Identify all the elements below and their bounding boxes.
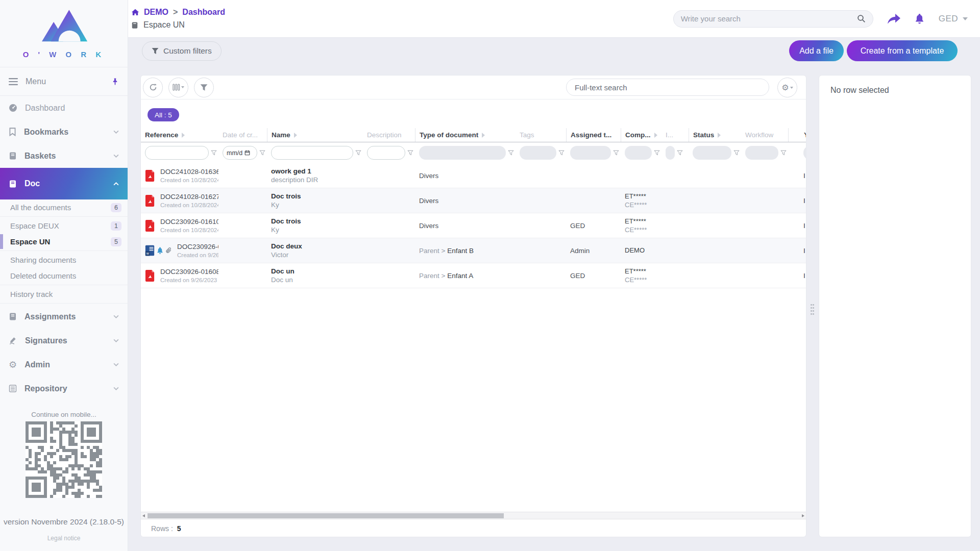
filter-button[interactable] — [194, 78, 214, 97]
scrollbar-thumb[interactable] — [148, 513, 504, 518]
count-badge: 5 — [111, 237, 121, 246]
sidebar-item-bookmarks[interactable]: Bookmarks — [0, 120, 128, 144]
sidebar-item-dashboard[interactable]: Dashboard — [0, 96, 128, 120]
space-title: Espace UN — [143, 20, 185, 30]
panel-resize-handle[interactable] — [811, 304, 815, 316]
sidebar-item-doc[interactable]: Doc — [0, 168, 128, 199]
menu-label: Menu — [26, 77, 46, 86]
result-filter-chip[interactable]: All : 5 — [148, 108, 179, 121]
breadcrumb: DEMO > Dashboard Espace UN — [128, 8, 225, 30]
company-cell: ET***** CE***** — [621, 267, 662, 284]
share-icon[interactable] — [888, 14, 900, 24]
chevron-down-icon — [790, 87, 793, 89]
clipped-cell: I — [788, 272, 806, 280]
add-file-button[interactable]: Add a file — [789, 40, 844, 61]
fulltext-search[interactable] — [566, 79, 769, 96]
type-cell: Parent > Enfant A — [415, 272, 516, 280]
search-icon[interactable] — [857, 14, 866, 23]
filter-input-reference[interactable] — [145, 146, 209, 160]
filter-funnel-icon[interactable] — [407, 150, 413, 156]
column-header-workflow[interactable]: Workflow — [741, 128, 788, 142]
mobile-hint: Continue on mobile... — [0, 411, 128, 418]
fulltext-search-input[interactable] — [575, 83, 761, 92]
book-icon — [9, 152, 17, 160]
bell-icon[interactable] — [915, 13, 924, 24]
scroll-left-arrow-icon[interactable] — [142, 514, 145, 517]
filter-funnel-icon[interactable] — [508, 150, 514, 156]
global-search[interactable] — [673, 10, 873, 28]
column-header-tags[interactable]: Tags — [516, 128, 566, 142]
filter-funnel-icon[interactable] — [558, 150, 565, 156]
column-header-y[interactable]: Y... — [788, 128, 806, 142]
table-row[interactable]: DOC230926-01610-3 Created on 10/28/2024 … — [141, 213, 806, 238]
column-header-company[interactable]: Comp... — [621, 128, 662, 142]
column-header-date[interactable]: Date of cr... — [218, 128, 267, 142]
chevron-down-icon — [113, 315, 119, 318]
table-row[interactable]: DOC241028-01627-0 Created on 10/28/2024 … — [141, 188, 806, 213]
hamburger-icon — [9, 78, 18, 85]
create-from-template-button[interactable]: Create from a template — [847, 40, 958, 61]
home-icon[interactable] — [131, 9, 139, 16]
column-header-description[interactable]: Description — [363, 128, 415, 142]
sidebar-item-all-documents[interactable]: All the documents 6 — [0, 199, 128, 215]
sidebar-item-history-track[interactable]: History track — [0, 286, 128, 302]
sidebar-item-repository[interactable]: Repository — [0, 377, 128, 400]
legal-notice-link[interactable]: Legal notice — [47, 535, 81, 542]
user-menu[interactable]: GED — [939, 14, 968, 24]
filter-funnel-icon[interactable] — [677, 150, 683, 156]
paperclip-icon — [165, 247, 172, 254]
column-header-assigned[interactable]: Assigned t... — [566, 128, 621, 142]
scroll-right-arrow-icon[interactable] — [802, 514, 804, 517]
column-header-i[interactable]: I... — [662, 128, 689, 142]
table-row[interactable]: DOC241028-01636-0 Created on 10/28/2024 … — [141, 163, 806, 188]
sidebar-item-baskets[interactable]: Baskets — [0, 144, 128, 168]
refresh-button[interactable] — [143, 78, 163, 97]
column-header-name[interactable]: Name — [267, 128, 363, 142]
breadcrumb-separator: > — [173, 8, 178, 17]
filter-funnel-icon[interactable] — [654, 150, 660, 156]
chevron-down-icon — [113, 154, 119, 158]
horizontal-scrollbar[interactable] — [141, 512, 806, 519]
sidebar-item-signatures[interactable]: Signatures — [0, 329, 128, 353]
column-header-reference[interactable]: Reference — [141, 128, 218, 142]
type-cell: Divers — [415, 222, 516, 230]
book-icon — [131, 21, 138, 29]
column-header-type[interactable]: Type of document — [415, 128, 516, 142]
sidebar: O ' W O R K Menu Dashboard Bookmarks — [0, 0, 128, 551]
sidebar-menu-toggle[interactable]: Menu — [0, 67, 128, 95]
filter-funnel-icon[interactable] — [259, 150, 265, 156]
custom-filters-button[interactable]: Custom filters — [142, 41, 222, 61]
table-settings-button[interactable]: ⚙ — [777, 78, 797, 97]
table-toolbar: ⚙ — [141, 76, 806, 99]
user-menu-label: GED — [939, 14, 958, 24]
pdf-file-icon — [145, 269, 156, 282]
sidebar-item-sharing-documents[interactable]: Sharing documents — [0, 252, 128, 268]
sidebar-item-deleted-documents[interactable]: Deleted documents — [0, 268, 128, 284]
dashboard-icon — [9, 104, 17, 112]
filter-input-name[interactable] — [271, 146, 353, 160]
table-row[interactable]: DOC230926-01608-0 Created on 9/26/2023 3… — [141, 263, 806, 288]
filter-funnel-icon[interactable] — [613, 150, 619, 156]
pushpin-icon[interactable] — [111, 78, 119, 86]
sidebar-item-assignments[interactable]: Assignments — [0, 305, 128, 329]
breadcrumb-home[interactable]: DEMO — [144, 8, 168, 17]
global-search-input[interactable] — [681, 14, 853, 23]
filter-funnel-icon[interactable] — [780, 150, 787, 156]
column-header-status[interactable]: Status — [689, 128, 741, 142]
table-row[interactable]: w DOC230926-01609-0 Created on 9/26/2023… — [141, 238, 806, 263]
filter-funnel-icon[interactable] — [733, 150, 740, 156]
sidebar-item-admin[interactable]: ⚙ Admin — [0, 353, 128, 377]
filter-date-input[interactable]: mm/d — [223, 146, 257, 160]
sidebar-item-espace-un[interactable]: Espace UN 5 — [0, 234, 128, 249]
divider — [0, 285, 128, 285]
pdf-file-icon — [145, 194, 156, 207]
breadcrumb-current[interactable]: Dashboard — [182, 8, 225, 17]
filter-funnel-icon[interactable] — [211, 150, 217, 156]
filter-input-description[interactable] — [367, 146, 405, 160]
filter-input-type — [419, 146, 506, 160]
columns-button[interactable] — [168, 78, 188, 97]
brand-wordmark: O ' W O R K — [23, 50, 105, 59]
sidebar-item-espace-deux[interactable]: Espace DEUX 1 — [0, 218, 128, 234]
count-badge: 6 — [111, 203, 121, 212]
filter-funnel-icon[interactable] — [355, 150, 361, 156]
